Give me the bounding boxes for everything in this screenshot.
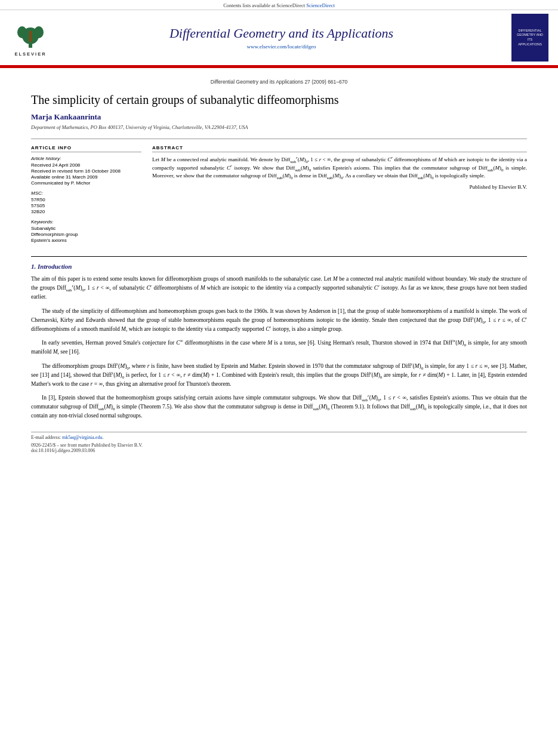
cover-thumb-text: DIFFERENTIALGEOMETRY AND ITSAPPLICATIONS [514,29,546,47]
online-date: Available online 31 March 2009 [31,174,141,180]
article-content: Differential Geometry and its Applicatio… [0,68,558,465]
intro-para-1: The aim of this paper is to extend some … [31,275,527,302]
footer-copyright: 0926-2245/$ – see front matter Published… [31,442,527,453]
published-by: Published by Elsevier B.V. [152,184,527,190]
footer-line-2: doi:10.1016/j.difgeo.2009.03.006 [31,448,527,453]
email-label: E-mail address: [31,435,61,440]
author-name: Marja Kankaanrinta [31,112,527,122]
received-date: Received 24 April 2008 [31,162,141,168]
article-info-title: ARTICLE INFO [31,145,141,152]
msc-block: MSC: 57R50 57S05 32B20 [31,190,141,214]
journal-title: Differential Geometry and its Applicatio… [51,26,511,41]
msc-value-2: 57S05 [31,203,141,208]
elsevier-tree-icon [15,19,46,50]
journal-url[interactable]: www.elsevier.com/locate/difgeo [51,44,511,50]
keyword-1: Subanalytic [31,226,141,231]
abstract-title: ABSTRACT [152,145,527,152]
article-info-column: ARTICLE INFO Article history: Received 2… [31,145,141,248]
keyword-3: Epstein's axioms [31,238,141,243]
article-history-block: Article history: Received 24 April 2008 … [31,156,141,186]
intro-heading: 1. Introduction [31,263,527,270]
abstract-text: Let M be a connected real analytic manif… [152,156,527,180]
svg-rect-5 [29,31,32,42]
keywords-block: Keywords: Subanalytic Diffeomorphism gro… [31,219,141,243]
svg-point-4 [34,26,44,38]
svg-point-3 [17,26,27,38]
journal-citation: Differential Geometry and its Applicatio… [31,79,527,85]
section-divider [31,256,527,257]
communicated-by: Communicated by P. Michor [31,180,141,186]
sciencedirect-label: Contents lists available at ScienceDirec… [223,2,305,8]
sciencedirect-link[interactable]: ScienceDirect [306,2,335,8]
msc-value-1: 57R50 [31,197,141,202]
intro-para-3: In early seventies, Herman proved Smale'… [31,339,527,357]
intro-para-2: The study of the simplicity of diffeomor… [31,307,527,334]
email-footnote: E-mail address: mk5aq@virginia.edu. [31,435,527,440]
footnote-area: E-mail address: mk5aq@virginia.edu. 0926… [31,432,527,453]
email-link[interactable]: mk5aq@virginia.edu. [62,435,103,440]
msc-label: MSC: [31,190,141,196]
author-affiliation: Department of Mathematics, PO Box 400137… [31,124,527,130]
footer-line-1: 0926-2245/$ – see front matter Published… [31,442,527,448]
history-label: Article history: [31,156,141,161]
intro-para-5: In [3], Epstein showed that the homeomor… [31,394,527,421]
journal-title-area: Differential Geometry and its Applicatio… [51,26,511,50]
elsevier-logo: ELSEVIER [10,19,51,57]
abstract-column: ABSTRACT Let M be a connected real analy… [152,145,527,248]
article-title: The simplicity of certain groups of suba… [31,92,527,107]
journal-cover-thumbnail: DIFFERENTIALGEOMETRY AND ITSAPPLICATIONS [511,14,548,62]
revised-date: Received in revised form 16 October 2008 [31,168,141,174]
journal-top-bar: Contents lists available at ScienceDirec… [0,0,558,10]
info-abstract-columns: ARTICLE INFO Article history: Received 2… [31,139,527,248]
journal-banner: ELSEVIER Differential Geometry and its A… [0,10,558,65]
elsevier-label: ELSEVIER [14,51,46,57]
keyword-2: Diffeomorphism group [31,232,141,237]
journal-header: Contents lists available at ScienceDirec… [0,0,558,66]
intro-para-4: The diffeomorphism groups Diffr(M)0, whe… [31,362,527,389]
keywords-label: Keywords: [31,219,141,225]
msc-value-3: 32B20 [31,209,141,214]
